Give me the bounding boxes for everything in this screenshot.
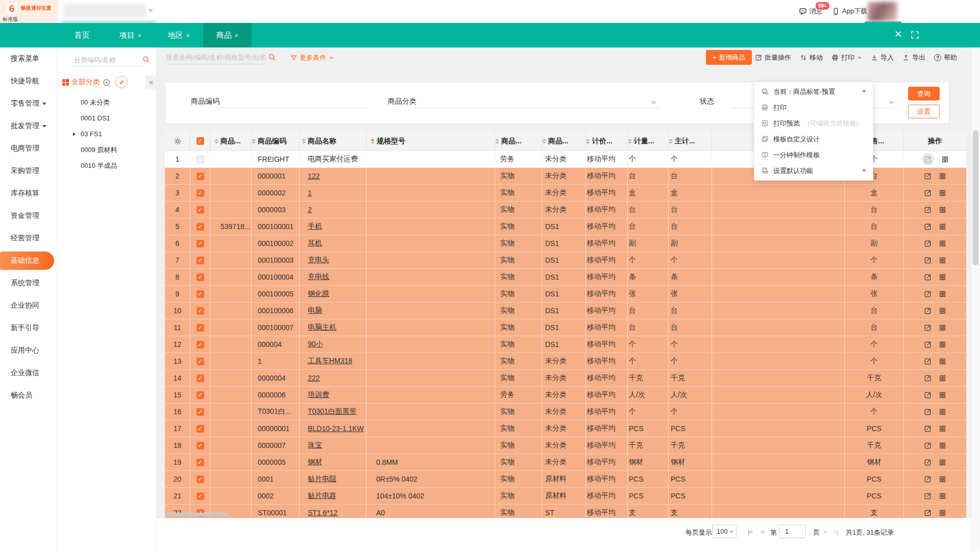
more-actions-grid-icon[interactable] bbox=[939, 324, 946, 332]
row-checkbox[interactable] bbox=[197, 156, 204, 163]
product-name-link[interactable]: 钢材 bbox=[308, 458, 322, 467]
sidebar-item-新手引导[interactable]: 新手引导 bbox=[0, 317, 57, 339]
collapse-panel-button[interactable]: « bbox=[145, 76, 157, 89]
row-checkbox[interactable] bbox=[197, 206, 204, 214]
column-header-spec[interactable]: 规格型号 bbox=[366, 132, 495, 151]
edit-icon[interactable] bbox=[924, 307, 932, 315]
more-actions-grid-icon[interactable] bbox=[939, 442, 946, 449]
more-actions-grid-icon[interactable] bbox=[939, 341, 946, 348]
product-name-link[interactable]: 电脑主机 bbox=[308, 323, 336, 332]
more-actions-grid-icon[interactable] bbox=[939, 307, 946, 315]
sort-arrows-icon[interactable] bbox=[628, 139, 632, 144]
import-button[interactable]: 导入 bbox=[871, 53, 894, 62]
row-checkbox[interactable] bbox=[197, 492, 204, 500]
query-button[interactable]: 查询 bbox=[908, 87, 940, 101]
more-actions-grid-icon[interactable] bbox=[939, 475, 946, 483]
first-page-button[interactable]: |< bbox=[748, 528, 752, 536]
avatar[interactable] bbox=[868, 2, 897, 21]
last-page-button[interactable]: >| bbox=[834, 528, 838, 536]
edit-icon[interactable] bbox=[924, 273, 932, 281]
sidebar-item-搜索菜单[interactable]: 搜索菜单 bbox=[0, 47, 57, 70]
category-root[interactable]: 全部分类 bbox=[62, 76, 128, 88]
sort-arrows-icon[interactable] bbox=[495, 139, 499, 144]
more-actions-grid-icon[interactable] bbox=[939, 290, 946, 298]
sidebar-item-电商管理[interactable]: 电商管理 bbox=[0, 137, 57, 160]
edit-icon[interactable] bbox=[924, 358, 932, 365]
sort-arrows-icon[interactable] bbox=[371, 139, 375, 144]
sidebar-item-基础信息[interactable]: 基础信息 bbox=[0, 249, 57, 272]
play-circle-icon[interactable] bbox=[103, 79, 110, 86]
tab-地区[interactable]: 地区× bbox=[155, 23, 203, 47]
category-search-input[interactable] bbox=[73, 54, 142, 66]
product-name-link[interactable]: 122 bbox=[308, 172, 320, 180]
more-actions-grid-icon[interactable] bbox=[939, 358, 946, 365]
sidebar-item-库存核算[interactable]: 库存核算 bbox=[0, 182, 57, 205]
category-item-00 未分类[interactable]: 00 未分类 bbox=[58, 94, 157, 110]
product-name-link[interactable]: T0301白面黑带 bbox=[308, 407, 357, 416]
edit-icon[interactable] bbox=[924, 172, 932, 180]
edit-icon[interactable] bbox=[924, 492, 932, 500]
more-actions-grid-icon[interactable] bbox=[939, 240, 946, 247]
product-search-input[interactable]: 搜索条码/编码/名称/规格型号/别名 bbox=[166, 52, 266, 64]
print-menu-item[interactable]: 打印预览(可编辑当前模板) bbox=[754, 115, 873, 131]
more-actions-grid-icon[interactable] bbox=[939, 257, 946, 264]
edit-icon[interactable] bbox=[924, 374, 932, 382]
row-checkbox[interactable] bbox=[197, 459, 204, 466]
workspace-selector[interactable] bbox=[63, 4, 153, 18]
more-actions-grid-icon[interactable] bbox=[941, 156, 949, 163]
edit-icon[interactable] bbox=[924, 475, 932, 483]
tab-商品[interactable]: 商品× bbox=[203, 23, 252, 47]
product-name-link[interactable]: 充电头 bbox=[308, 256, 329, 265]
edit-icon[interactable] bbox=[924, 290, 932, 298]
print-button[interactable]: 打印 bbox=[831, 53, 862, 62]
sidebar-item-资金管理[interactable]: 资金管理 bbox=[0, 205, 57, 227]
tab-close-icon[interactable]: × bbox=[186, 32, 190, 39]
row-checkbox[interactable] bbox=[197, 374, 204, 382]
row-checkbox[interactable] bbox=[197, 391, 204, 399]
product-name-link[interactable]: 培训费 bbox=[308, 390, 329, 399]
horizontal-scrollbar-thumb[interactable] bbox=[165, 513, 228, 516]
column-header-pricing[interactable]: 计价... bbox=[586, 132, 628, 151]
help-button[interactable]: ? 帮助 bbox=[934, 53, 957, 62]
per-page-select[interactable]: 100 bbox=[712, 524, 737, 538]
product-name-link[interactable]: 钢化膜 bbox=[308, 289, 329, 298]
more-actions-grid-icon[interactable] bbox=[939, 223, 946, 231]
more-actions-grid-icon[interactable] bbox=[939, 391, 946, 399]
more-actions-grid-icon[interactable] bbox=[939, 459, 946, 466]
move-button[interactable]: 移动 bbox=[800, 53, 823, 62]
edit-icon[interactable] bbox=[924, 425, 932, 433]
row-checkbox[interactable] bbox=[197, 475, 204, 483]
print-menu-item[interactable]: 设置默认功能 bbox=[754, 163, 873, 179]
row-checkbox[interactable] bbox=[197, 341, 204, 348]
edit-icon[interactable] bbox=[924, 324, 932, 332]
sort-arrows-icon[interactable] bbox=[542, 139, 546, 144]
edit-icon[interactable] bbox=[924, 459, 932, 466]
more-actions-grid-icon[interactable] bbox=[939, 374, 946, 382]
sidebar-item-系统管理[interactable]: 系统管理 bbox=[0, 272, 57, 294]
tab-close-icon[interactable]: × bbox=[138, 32, 142, 39]
edit-icon[interactable] bbox=[924, 189, 932, 197]
batch-actions-button[interactable]: 批量操作 bbox=[755, 53, 791, 62]
sidebar-item-零售管理[interactable]: 零售管理 bbox=[0, 92, 57, 115]
edit-icon[interactable] bbox=[924, 223, 932, 231]
print-menu-item[interactable]: 一分钟制作模板 bbox=[754, 147, 873, 163]
row-checkbox[interactable] bbox=[197, 442, 204, 449]
edit-icon[interactable] bbox=[924, 509, 932, 517]
export-button[interactable]: 导出 bbox=[902, 53, 925, 62]
sidebar-item-应用中心[interactable]: 应用中心 bbox=[0, 339, 57, 362]
column-header-main_unit[interactable]: 主计... bbox=[669, 132, 712, 151]
row-checkbox[interactable] bbox=[197, 358, 204, 365]
more-actions-grid-icon[interactable] bbox=[939, 492, 946, 500]
sidebar-item-企业协同[interactable]: 企业协同 bbox=[0, 294, 57, 317]
sidebar-item-企业微信[interactable]: 企业微信 bbox=[0, 362, 57, 384]
gear-icon[interactable] bbox=[174, 137, 182, 145]
column-header-barcode[interactable]: 商品... bbox=[210, 132, 252, 151]
print-menu-item[interactable]: 打印 bbox=[754, 99, 873, 115]
product-name-link[interactable]: 工具车HM318 bbox=[308, 357, 352, 366]
print-menu-item[interactable]: 模板自定义设计 bbox=[754, 131, 873, 147]
search-icon[interactable] bbox=[268, 53, 276, 61]
column-header-category[interactable]: 商品... bbox=[542, 132, 586, 151]
category-filter-select[interactable] bbox=[414, 94, 659, 108]
close-icon[interactable]: ✕ bbox=[894, 28, 902, 40]
column-header-type[interactable]: 商品... bbox=[495, 132, 542, 151]
